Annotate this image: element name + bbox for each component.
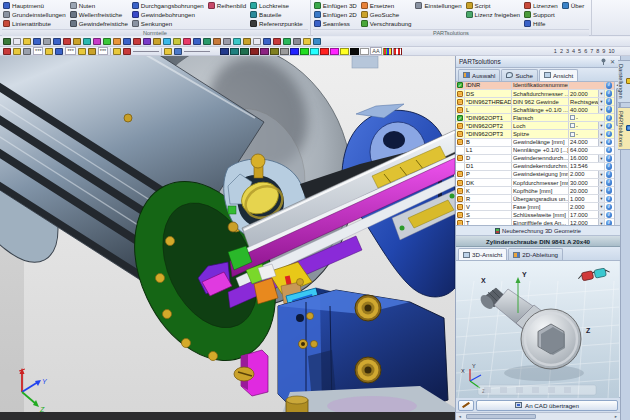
color-swatch[interactable] (290, 48, 299, 55)
table-row-d1[interactable]: D1Gewindekerndurchm...13.546i (456, 163, 620, 171)
mini-tool-icon[interactable] (163, 38, 171, 45)
mini-tool-icon[interactable] (3, 48, 11, 55)
ribbon-button-einfügen-2d[interactable]: Einfügen 2D (314, 10, 357, 19)
info-icon[interactable]: i (606, 220, 613, 227)
tab-2d-ableitung[interactable]: 2D-Ableitung (508, 248, 563, 260)
mini-tool-icon[interactable] (93, 38, 101, 45)
mini-tool-icon[interactable] (153, 38, 161, 45)
color-swatch[interactable] (220, 48, 229, 55)
color-swatch[interactable] (270, 48, 279, 55)
ribbon-button-gewindebohrungen[interactable]: Gewindebohrungen (132, 10, 204, 19)
param-value-cell[interactable]: 12.000 (569, 219, 598, 226)
param-value-cell[interactable]: 64.000 (569, 147, 598, 154)
mini-tool-icon[interactable] (143, 38, 151, 45)
mini-tool-icon[interactable] (273, 38, 281, 45)
mini-tool-icon[interactable] (113, 38, 121, 45)
ribbon-button-lochkreise[interactable]: Lochkreise (250, 1, 303, 10)
ribbon-button-verschraubung[interactable]: Verschraubung (361, 19, 412, 28)
mini-tool-icon[interactable] (83, 38, 91, 45)
info-icon[interactable]: i (606, 204, 613, 211)
info-icon[interactable]: i (606, 98, 613, 105)
info-icon[interactable]: i (606, 187, 613, 194)
ribbon-button-einfügen-3d[interactable]: Einfügen 3D (314, 1, 357, 10)
ribbon-button-über[interactable]: Über (562, 1, 584, 10)
color-swatch[interactable] (260, 48, 269, 55)
recalculate-button[interactable]: Neuberechnung 3D Geometrie (456, 226, 620, 236)
info-icon[interactable]: i (606, 171, 613, 178)
toolbar-separator[interactable] (161, 48, 162, 55)
tab-auswahl[interactable]: Auswahl (458, 69, 500, 81)
mini-tool-icon[interactable] (193, 38, 201, 45)
mini-tool-icon[interactable] (123, 48, 131, 55)
part-preview-3d[interactable]: Y X Z X Y Z (456, 261, 620, 398)
mini-tool-icon[interactable] (103, 38, 111, 45)
table-row-idnr[interactable]: ✓IDNRIdentifikationsnummeri (456, 82, 620, 90)
ribbon-button-seamless[interactable]: Seamless (314, 19, 357, 28)
mini-tool-icon[interactable] (133, 38, 141, 45)
mini-tool-icon[interactable] (73, 38, 81, 45)
mini-tool-icon[interactable] (303, 38, 311, 45)
info-icon[interactable]: i (606, 155, 613, 162)
toolbar-separator[interactable] (110, 48, 111, 55)
param-value-cell[interactable]: 17.000 (569, 211, 598, 218)
table-row-v[interactable]: →VFase [mm]2.000▾i (456, 203, 620, 211)
tool-value-box[interactable]: *** (98, 47, 108, 55)
ribbon-button-support[interactable]: Support (524, 10, 558, 19)
color-swatch[interactable] (280, 48, 289, 55)
ribbon-button-hilfe[interactable]: Hilfe (524, 19, 558, 28)
table-row-r[interactable]: →RÜbergangsradius un...1.000▾i (456, 195, 620, 203)
table-row-din962opt3[interactable]: →*DIN962OPT3Spitze-▾i (456, 130, 620, 138)
mini-tool-icon[interactable] (13, 48, 21, 55)
ribbon-button-referenzpunkte[interactable]: Referenzpunkte (250, 19, 303, 28)
mini-tool-icon[interactable] (213, 38, 221, 45)
info-icon[interactable]: i (606, 139, 613, 146)
mini-tool-icon[interactable] (233, 38, 241, 45)
mini-tool-icon[interactable] (53, 38, 61, 45)
ribbon-button-ersetzen[interactable]: Ersetzen (361, 1, 412, 10)
tab-ansicht[interactable]: Ansicht (539, 69, 578, 81)
table-row-din962thread[interactable]: →*DIN962THREADDIN 962 GewindeRechtsgewin… (456, 98, 620, 106)
mini-tool-icon[interactable] (43, 38, 51, 45)
ribbon-button-senkungen[interactable]: Senkungen (132, 19, 204, 28)
color-swatch[interactable] (330, 48, 339, 55)
color-swatch[interactable] (340, 48, 349, 55)
main-3d-viewport[interactable]: Y Z (0, 56, 455, 420)
table-row-d[interactable]: →DGewindenenndurch...16.000▾i (456, 155, 620, 163)
mini-tool-icon[interactable] (63, 38, 71, 45)
mini-tool-icon[interactable] (183, 38, 191, 45)
tool-value-box[interactable]: *** (33, 47, 43, 55)
mini-tool-icon[interactable] (283, 38, 291, 45)
mini-tool-icon[interactable] (55, 48, 63, 55)
table-row-k[interactable]: →KKopfhöhe [mm]20.000▾i (456, 187, 620, 195)
info-icon[interactable]: i (606, 90, 613, 97)
multicolor-grid-icon[interactable] (383, 48, 392, 55)
info-icon[interactable]: i (606, 212, 613, 219)
ribbon-button-hauptmenü[interactable]: Hauptmenü (3, 1, 66, 10)
ribbon-button-einstellungen[interactable]: Einstellungen (415, 1, 461, 10)
table-row-dk[interactable]: →DKKopfdurchmesser [mm]30.000▾i (456, 179, 620, 187)
param-value-cell[interactable]: - (569, 114, 598, 121)
white-color-swatch[interactable] (360, 48, 369, 55)
mini-tool-icon[interactable] (263, 38, 271, 45)
info-icon[interactable]: i (606, 163, 613, 170)
table-row-din962opt1[interactable]: ✓*DIN962OPT1Flansch-i (456, 114, 620, 122)
param-value-cell[interactable]: 20.000 (569, 187, 598, 194)
ribbon-button-geosuche[interactable]: GeoSuche (361, 10, 412, 19)
transfer-to-cad-button[interactable]: An CAD übertragen (476, 400, 618, 411)
color-swatch[interactable] (250, 48, 259, 55)
param-value-cell[interactable]: 40.000 (569, 106, 598, 113)
color-swatch[interactable] (300, 48, 309, 55)
info-icon[interactable]: i (606, 82, 613, 89)
mini-tool-icon[interactable] (223, 38, 231, 45)
hscrollbar-thumb[interactable] (466, 414, 536, 419)
table-row-l[interactable]: →LSchaftlänge +0.1/0 ...40.000▾i (456, 106, 620, 114)
ribbon-button-script[interactable]: Script (466, 1, 520, 10)
info-icon[interactable]: i (606, 147, 613, 154)
mini-tool-icon[interactable] (23, 48, 31, 55)
red-bars-icon[interactable] (393, 48, 402, 55)
param-value-cell[interactable]: - (569, 122, 598, 129)
checkbox-icon[interactable] (570, 123, 575, 128)
edit-button[interactable] (458, 400, 474, 411)
mini-tool-icon[interactable] (243, 38, 251, 45)
mini-tool-icon[interactable] (174, 48, 182, 55)
